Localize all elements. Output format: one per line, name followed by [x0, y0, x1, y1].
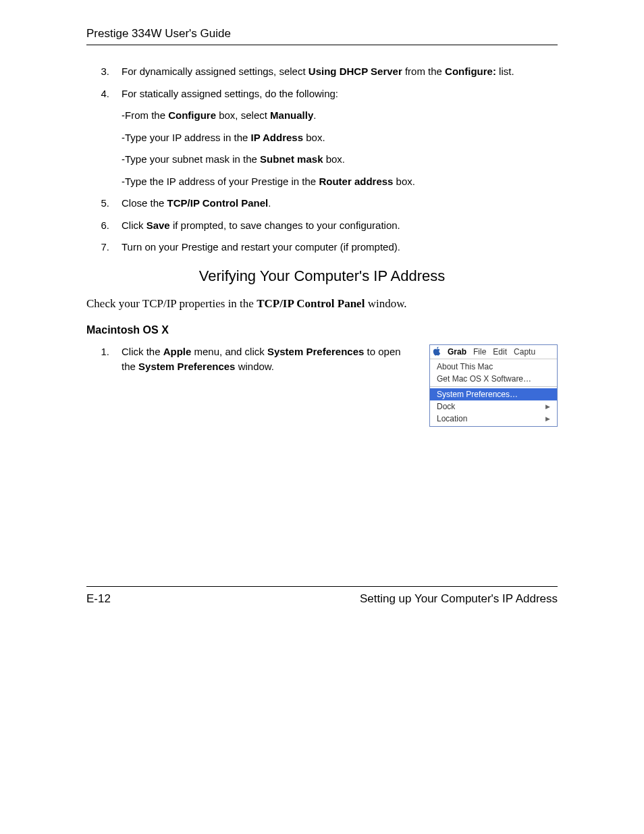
menu-item-dock: Dock▶	[430, 400, 557, 413]
document-header: Prestige 334W User's Guide	[86, 27, 558, 45]
bold-run: System Preferences	[267, 346, 364, 357]
menu-label: Location	[437, 414, 467, 423]
step-with-figure: 1. Click the Apple menu, and click Syste…	[86, 344, 558, 427]
apple-dropdown: About This Mac Get Mac OS X Software… Sy…	[430, 359, 557, 426]
text-run: .	[313, 109, 316, 121]
submenu-arrow-icon: ▶	[545, 415, 550, 422]
body-paragraph: Check your TCP/IP properties in the TCP/…	[86, 297, 558, 311]
bold-run: Apple	[163, 346, 192, 357]
menu-item-system-preferences: System Preferences…	[430, 388, 557, 400]
menubar-item-capture: Captu	[514, 347, 535, 357]
bold-run: Using DHCP Server	[308, 66, 402, 77]
menu-label: System Preferences…	[437, 390, 518, 399]
text-run: box.	[323, 153, 345, 165]
text-run: window.	[365, 297, 406, 310]
bold-run: Save	[146, 219, 170, 231]
menu-item-about: About This Mac	[430, 361, 557, 373]
menu-label: About This Mac	[437, 362, 493, 371]
text-run: Click the	[122, 346, 163, 357]
bold-run: Configure	[168, 109, 216, 121]
subsection-heading: Macintosh OS X	[86, 324, 558, 336]
list-text: Close the TCP/IP Control Panel.	[122, 196, 558, 211]
submenu-arrow-icon: ▶	[545, 403, 550, 410]
bold-run: Router address	[319, 176, 393, 187]
list-text: For dynamically assigned settings, selec…	[122, 64, 558, 80]
text-run: box.	[303, 132, 325, 143]
list-item: 7. Turn on your Prestige and restart you…	[86, 240, 558, 255]
list-text: Click the Apple menu, and click System P…	[122, 344, 416, 375]
bold-run: TCP/IP Control Panel	[167, 197, 269, 209]
text-run: list.	[496, 66, 514, 77]
text-run: Check your TCP/IP properties in the	[86, 297, 257, 310]
list-item: 3. For dynamically assigned settings, se…	[86, 64, 558, 80]
menubar-item-grab: Grab	[448, 347, 466, 357]
menubar-item-file: File	[473, 347, 486, 357]
menu-item-location: Location▶	[430, 413, 557, 425]
page: Prestige 334W User's Guide 3. For dynami…	[0, 0, 644, 834]
bold-run: Subnet mask	[260, 153, 323, 165]
text-run: -Type your IP address in the	[122, 132, 251, 143]
menu-label: Dock	[437, 402, 455, 411]
text-run: Click	[122, 219, 146, 231]
bold-run: Manually	[270, 109, 313, 121]
text-run: -From the	[122, 109, 168, 121]
text-run: window.	[235, 361, 274, 372]
list-marker: 6.	[86, 218, 122, 234]
bold-run: System Preferences	[138, 361, 235, 372]
menu-label: Get Mac OS X Software…	[437, 374, 531, 384]
list-subitem: -Type your IP address in the IP Address …	[122, 130, 558, 146]
page-footer: E-12 Setting up Your Computer's IP Addre…	[86, 586, 558, 606]
list-marker: 1.	[86, 344, 122, 375]
list-subitem: -From the Configure box, select Manually…	[122, 108, 558, 124]
text-run: Close the	[122, 197, 167, 209]
list-item: 6. Click Save if prompted, to save chang…	[86, 218, 558, 234]
section-heading: Verifying Your Computer's IP Address	[86, 267, 558, 285]
apple-logo-icon	[433, 346, 441, 357]
menu-separator	[430, 386, 557, 387]
text-run: box, select	[216, 109, 270, 121]
menubar-item-edit: Edit	[493, 347, 507, 357]
text-run: -Type the IP address of your Prestige in…	[122, 176, 319, 187]
list-text: Click Save if prompted, to save changes …	[122, 218, 558, 234]
text-run: if prompted, to save changes to your con…	[170, 219, 400, 231]
list-item: 5. Close the TCP/IP Control Panel.	[86, 196, 558, 211]
list-marker: 4.	[86, 86, 122, 102]
list-text: For statically assigned settings, do the…	[122, 86, 558, 102]
list-marker: 3.	[86, 64, 122, 80]
ordered-list: 3. For dynamically assigned settings, se…	[86, 64, 558, 255]
list-subitem: -Type the IP address of your Prestige in…	[122, 174, 558, 190]
text-run: .	[268, 197, 271, 209]
bold-run: TCP/IP Control Panel	[257, 297, 365, 310]
list-marker: 7.	[86, 240, 122, 255]
bold-run: IP Address	[251, 132, 304, 143]
text-run: menu, and click	[191, 346, 267, 357]
list-item: 4. For statically assigned settings, do …	[86, 86, 558, 102]
list-marker: 5.	[86, 196, 122, 211]
text-run: For dynamically assigned settings, selec…	[122, 66, 308, 77]
text-run: from the	[402, 66, 445, 77]
footer-title: Setting up Your Computer's IP Address	[360, 592, 558, 606]
apple-menu-figure: Grab File Edit Captu About This Mac Get …	[429, 344, 558, 427]
list-text: Turn on your Prestige and restart your c…	[122, 240, 558, 255]
list-subitem: -Type your subnet mask in the Subnet mas…	[122, 152, 558, 167]
list-item: 1. Click the Apple menu, and click Syste…	[86, 344, 416, 375]
page-number: E-12	[86, 592, 111, 606]
text-run: box.	[393, 176, 415, 187]
apple-menubar: Grab File Edit Captu	[430, 345, 557, 359]
menu-item-get-software: Get Mac OS X Software…	[430, 373, 557, 385]
text-run: -Type your subnet mask in the	[122, 153, 260, 165]
bold-run: Configure:	[445, 66, 496, 77]
